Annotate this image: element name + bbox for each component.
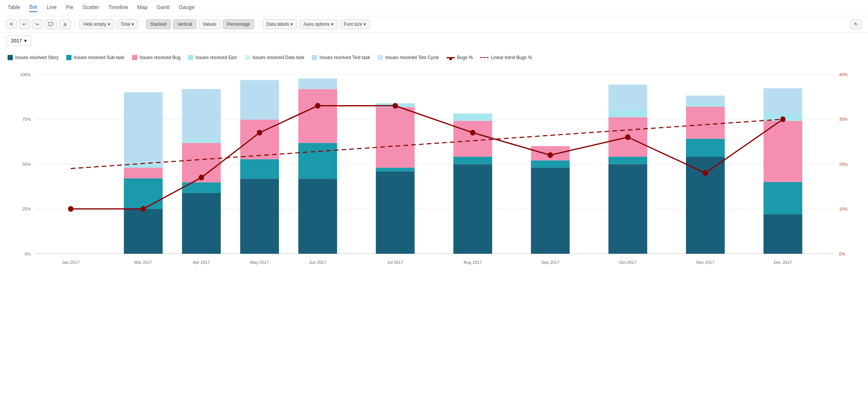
bar-mar-story [124, 209, 162, 254]
separator-2 [142, 20, 142, 28]
ylabel-75: 75% [22, 117, 31, 122]
bar-aug-epic [453, 114, 492, 121]
bar-oct-epic [608, 110, 647, 117]
ylabel-0: 0% [25, 251, 31, 256]
toolbar: ✕ ↩ ↪ Hide empty ▾ Total ▾ Stacked Verti… [0, 16, 868, 33]
undo-button[interactable]: ↩ [19, 19, 30, 29]
data-labels-button[interactable]: Data labels ▾ [262, 19, 297, 29]
bar-apr-story [182, 193, 221, 254]
ylabel-100: 100% [20, 72, 31, 77]
ylabel-50: 50% [22, 162, 31, 167]
tab-line[interactable]: Line [47, 4, 56, 12]
legend-color-bug [132, 55, 137, 60]
bar-chart: 100% 75% 50% 25% 0% 40% 30% 20% 10% 0% [8, 66, 860, 278]
comment-button[interactable] [45, 19, 57, 29]
dot-mar [140, 206, 146, 212]
vertical-button[interactable]: Vertical [173, 19, 196, 29]
chart-area: Issues resolved Story Issues resolved Su… [0, 49, 868, 284]
bar-apr-subtask [182, 182, 221, 193]
bar-aug-bug [453, 121, 492, 157]
axes-options-button[interactable]: Axes options ▾ [299, 19, 338, 29]
dot-aug [470, 130, 475, 136]
bar-aug-story [453, 164, 492, 254]
font-size-button[interactable]: Font size ▾ [340, 19, 370, 29]
bar-oct-story [608, 164, 647, 254]
bar-jun-story [298, 179, 337, 254]
tab-table[interactable]: Table [8, 4, 20, 12]
chevron-down-icon: ▾ [132, 22, 134, 27]
legend-dot-bugs [449, 57, 452, 60]
percentage-button[interactable]: Percentage [223, 19, 254, 29]
xlabel-nov: Nov 2017 [696, 260, 714, 265]
legend-color-epic [188, 55, 193, 60]
refresh-button[interactable]: ↻ [850, 19, 862, 29]
tab-timeline[interactable]: Timeline [108, 4, 128, 12]
legend-color-testcycle [378, 55, 383, 60]
xlabel-sep: Sep 2017 [541, 260, 559, 265]
legend-datatask: Issues resolved Data task [245, 55, 304, 60]
bar-oct-subtask [608, 157, 647, 164]
xlabel-dec: Dec 2017 [774, 260, 792, 265]
legend-story: Issues resolved Story [8, 55, 59, 60]
bar-jul-subtask [376, 168, 414, 171]
bar-mar-subtask [124, 178, 162, 209]
dot-jan [68, 206, 73, 212]
values-button[interactable]: Values [199, 19, 221, 29]
legend-dashed-trend [480, 57, 488, 58]
bar-nov-epic [686, 103, 725, 107]
xlabel-oct: Oct 2017 [619, 260, 636, 265]
trend-line [71, 119, 783, 168]
ryabel-10: 10% [839, 207, 848, 211]
legend-bug: Issues resolved Bug [132, 55, 180, 60]
bar-jul-story [376, 171, 414, 254]
bar-dec-story [764, 214, 802, 254]
dot-sep [548, 152, 553, 158]
bar-aug-subtask [453, 157, 492, 164]
ylabel-25: 25% [22, 207, 31, 211]
legend-epic: Issues resolved Epic [188, 55, 237, 60]
comment-icon [48, 22, 53, 27]
separator-3 [258, 20, 258, 28]
bar-apr-testtask [182, 89, 221, 139]
dot-apr [199, 174, 204, 180]
xlabel-apr: Apr 2017 [193, 260, 210, 265]
stacked-button[interactable]: Stacked [146, 19, 171, 29]
hide-empty-button[interactable]: Hide empty ▾ [79, 19, 114, 29]
bar-nov-subtask [686, 139, 725, 157]
bar-sep-story [531, 168, 569, 254]
bar-may-story [240, 179, 279, 254]
chevron-down-icon: ▾ [331, 22, 333, 27]
total-button[interactable]: Total ▾ [117, 19, 138, 29]
bar-apr-epic [182, 139, 221, 143]
bar-may-bug [240, 120, 279, 159]
dot-jun [315, 103, 320, 109]
legend-color-story [8, 55, 13, 60]
legend-testtask: Issues resolved Test task [312, 55, 370, 60]
tab-gantt[interactable]: Gantt [157, 4, 170, 12]
bar-jun-testtask [298, 78, 337, 89]
bugs-pct-line [71, 106, 783, 209]
xlabel-mar: Mar 2017 [134, 260, 152, 265]
bar-oct-testtask [608, 84, 647, 110]
tab-map[interactable]: Map [137, 4, 148, 12]
cut-button[interactable]: ✕ [6, 19, 17, 29]
chevron-down-icon: ▾ [108, 22, 110, 27]
bar-may-testtask [240, 80, 279, 120]
chart-wrapper: 100% 75% 50% 25% 0% 40% 30% 20% 10% 0% [8, 66, 860, 278]
xlabel-jan: Jan 2017 [62, 260, 79, 265]
chevron-down-icon: ▾ [364, 22, 366, 27]
tab-pie[interactable]: Pie [66, 4, 73, 12]
nav-tabs: Table Bar Line Pie Scatter Timeline Map … [0, 0, 868, 16]
bar-sep-subtask [531, 160, 569, 168]
xlabel-may: May 2017 [250, 260, 269, 265]
legend-color-testtask [312, 55, 317, 60]
bar-dec-bug [764, 121, 802, 182]
year-button[interactable]: 2017 ▾ [6, 36, 32, 46]
ryabel-40: 40% [839, 72, 848, 77]
tab-gauge[interactable]: Gauge [179, 4, 194, 12]
redo-button[interactable]: ↪ [32, 19, 42, 29]
chart-legend: Issues resolved Story Issues resolved Su… [8, 55, 860, 60]
download-button[interactable] [59, 19, 71, 29]
tab-scatter[interactable]: Scatter [82, 4, 99, 12]
tab-bar[interactable]: Bar [29, 4, 37, 12]
